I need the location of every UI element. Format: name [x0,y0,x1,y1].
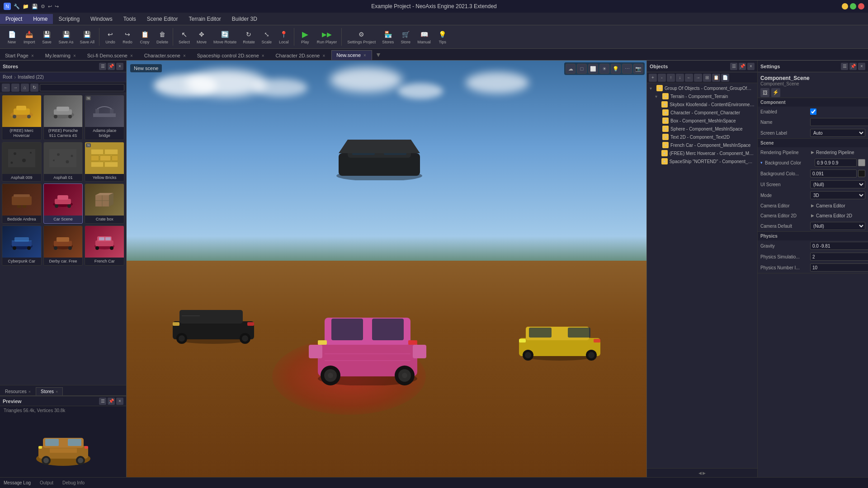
name-input[interactable] [810,118,868,126]
obj-french-car[interactable]: ★ French Car - Component_MeshInSpace [648,141,756,149]
ui-screen-select[interactable]: (Null) [810,180,865,188]
store-item-cyberpunk-car[interactable]: Cyberpunk Car [2,225,42,266]
minimize-button[interactable] [842,3,848,9]
stores-button[interactable]: 🏪 Stores [379,28,396,46]
save-as-button[interactable]: 💾 Save As [56,28,76,46]
vp-light-button[interactable]: 💡 [611,64,621,74]
local-button[interactable]: 📍 Local [276,28,292,46]
statusbar-message-log[interactable]: Message Log [4,480,31,485]
vp-cloud-button[interactable]: ☁ [566,64,576,74]
store-item-yellow-bricks[interactable]: N Yellow Bricks [85,142,124,182]
delete-button[interactable]: 🗑 Delete [154,28,171,46]
settings-project-button[interactable]: ⚙ Settings Project [344,28,378,46]
store-item-porsche[interactable]: (FREE) Porsche 911 Carrera 4S [43,95,83,140]
obj-right-button[interactable]: → [694,74,702,82]
objects-close-button[interactable]: × [747,63,755,70]
save-button[interactable]: 💾 Save [39,28,55,46]
breadcrumb-root[interactable]: Root [3,75,12,80]
copy-button[interactable]: 📋 Copy [137,28,153,46]
breadcrumb-installed[interactable]: Installed (22) [18,75,44,80]
camera-editor-2d-expand[interactable]: ▶ [810,213,815,218]
save-all-button[interactable]: 💾 Save All [77,28,98,46]
store-item-asphalt009[interactable]: Asphalt 009 [2,142,42,182]
settings-bolt-icon[interactable]: ⚡ [771,88,780,97]
preview-pin-button[interactable]: 📌 [108,398,115,405]
tips-button[interactable]: 💡 Tips [434,28,451,46]
store-item-bedside-andrea[interactable]: Bedside Andrea [2,183,42,224]
statusbar-output[interactable]: Output [40,480,53,485]
stores-refresh-button[interactable]: ↻ [30,84,38,92]
obj-spaceship[interactable]: ★ SpaceShip "NORTEND" - Component_MeshIn… [648,157,756,165]
maximize-button[interactable] [850,3,856,9]
menu-project[interactable]: Project [0,14,28,24]
vp-sun-button[interactable]: ☀ [599,64,609,74]
obj-box[interactable]: ★ Box - Component_MeshInSpace [648,117,756,125]
tab-close-character[interactable]: × [182,53,187,58]
obj-text-2d[interactable]: ★ Text 2D - Component_Text2D [648,133,756,141]
vp-flat-button[interactable]: □ [577,64,587,74]
store-item-car-scene[interactable]: Car Scene [43,183,83,224]
obj-expand-button[interactable]: ⊞ [703,74,711,82]
settings-close-button[interactable]: × [858,63,865,70]
window-controls[interactable] [842,3,864,9]
obj-skybox[interactable]: ★ Skybox Kloofendal - Content\Environmen… [648,100,756,108]
physics-sim-input[interactable] [810,253,868,261]
rotate-button[interactable]: ↻ Rotate [240,28,258,46]
stores-back-button[interactable]: ← [2,84,10,92]
settings-pin-button[interactable]: 📌 [849,63,857,70]
background-color-swatch[interactable] [858,159,865,166]
manual-button[interactable]: 📖 Manual [415,28,434,46]
obj-up-button[interactable]: ↑ [667,74,675,82]
tab-close-new-scene[interactable]: × [363,53,367,58]
gravity-input[interactable] [810,242,868,250]
move-button[interactable]: ✥ Move [193,28,210,46]
store-item-asphalt01[interactable]: Asphalt 01 [43,142,83,182]
play-button[interactable]: ▶ Play [297,28,313,46]
tab-my-learning[interactable]: My.learning × [40,51,82,60]
panel-tab-stores[interactable]: Stores × [36,387,63,395]
obj-copy-button[interactable]: 📋 [712,74,720,82]
menu-tools[interactable]: Tools [118,14,142,24]
move-rotate-button[interactable]: 🔄 Move Rotate [211,28,239,46]
settings-menu-button[interactable]: ☰ [841,63,848,70]
import-button[interactable]: 📥 Import [21,28,38,46]
menu-terrain-editor[interactable]: Terrain Editor [183,14,226,24]
tab-close-my-learning[interactable]: × [72,53,77,58]
stores-menu-button[interactable]: ☰ [99,63,106,70]
rendering-pipeline-expand[interactable]: ▶ [810,150,815,155]
menu-scene-editor[interactable]: Scene Editor [142,14,184,24]
new-button[interactable]: 📄 New [4,28,20,46]
close-button[interactable] [858,3,864,9]
screen-label-select[interactable]: Auto [810,129,865,137]
physics-num-input[interactable] [810,263,868,272]
mode-select[interactable]: 3D 2D [810,191,865,199]
background-colo-swatch[interactable] [858,170,865,177]
tab-character-2d[interactable]: Character 2D.scene × [271,51,331,60]
store-item-french-car[interactable]: French Car [85,225,124,266]
stores-search-input[interactable] [40,84,124,91]
menu-scripting[interactable]: Scripting [53,14,85,24]
tab-overflow[interactable]: ▼ [373,49,384,60]
obj-group-of-objects[interactable]: ▾ ★ Group Of Objects - Component_GroupOf… [648,84,756,92]
enabled-checkbox[interactable] [810,108,816,115]
obj-down-button[interactable]: ↓ [676,74,684,82]
menu-builder-3d[interactable]: Builder 3D [226,14,263,24]
select-button[interactable]: ↖ Select [176,28,193,46]
statusbar-debug-info[interactable]: Debug Info [62,480,85,485]
stores-close-button[interactable]: × [116,63,123,70]
panel-tab-resources[interactable]: Resources × [0,387,36,395]
stores-home-button[interactable]: ⌂ [21,84,29,92]
tab-start-page[interactable]: Start Page × [0,51,40,60]
obj-character[interactable]: ★ Character - Component_Character [648,108,756,117]
tab-scifi-demo[interactable]: Sci-fi Demo.scene × [82,51,139,60]
vp-3d-button[interactable]: ⬜ [588,64,598,74]
tab-close-spaceship[interactable]: × [261,53,265,58]
store-item-merc-hovercar[interactable]: (FREE) Merc Hovercar [2,95,42,140]
obj-remove-button[interactable]: - [658,74,666,82]
preview-close-button[interactable]: × [116,398,123,405]
run-player-button[interactable]: ▶▶ Run Player [314,28,340,46]
obj-merc-hovercar[interactable]: ★ (FREE) Merc Hovercar - Component_MeshI… [648,149,756,157]
stores-forward-button[interactable]: → [11,84,19,92]
tab-close-scifi-demo[interactable]: × [129,53,134,58]
background-color-input[interactable] [815,159,857,167]
